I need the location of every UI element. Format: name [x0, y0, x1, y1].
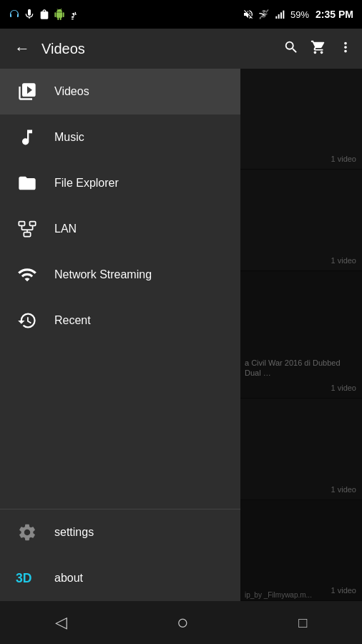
drawer-label-settings: settings [54, 526, 94, 539]
mic-icon [24, 9, 35, 20]
drawer-item-music[interactable]: Music [0, 114, 240, 160]
drawer-label-file-explorer: File Explorer [54, 177, 119, 190]
nav-bar: ◁ ○ □ [0, 601, 362, 644]
lan-icon [14, 216, 40, 242]
drawer-label-about: about [54, 572, 83, 585]
svg-rect-6 [30, 222, 36, 226]
mute-icon [243, 9, 254, 20]
svg-rect-5 [19, 222, 24, 226]
svg-text:✕: ✕ [259, 16, 261, 20]
music-icon [14, 125, 40, 150]
top-bar: ← Videos [0, 29, 362, 69]
nav-recent-button[interactable]: □ [284, 609, 321, 637]
svg-rect-1 [275, 16, 277, 19]
videos-icon [14, 79, 40, 104]
svg-rect-4 [283, 11, 284, 19]
drawer-item-recent[interactable]: Recent [0, 298, 240, 343]
android-icon [54, 9, 65, 20]
network-streaming-icon [14, 262, 40, 288]
drawer-label-network-streaming: Network Streaming [54, 268, 152, 281]
bag-icon [39, 9, 50, 20]
nav-home-button[interactable]: ○ [162, 605, 203, 640]
status-bar: ✕ 59% 2:35 PM [0, 0, 362, 29]
about-3d-icon: 3D [14, 565, 40, 591]
drawer-nav-items: Videos Music File Explorer [0, 69, 240, 509]
main-content: 1 video 1 video a Civil War 2016 di Dubb… [0, 69, 362, 601]
drawer-scrim [240, 69, 362, 601]
time-text: 2:35 PM [315, 9, 353, 20]
cart-button[interactable] [310, 39, 326, 59]
settings-icon [14, 519, 40, 545]
back-button[interactable]: ← [9, 34, 36, 64]
drawer-label-videos: Videos [54, 85, 89, 98]
top-action-icons [283, 39, 353, 59]
page-title: Videos [39, 41, 283, 57]
signal-bars-icon [274, 9, 287, 20]
headphone-icon [9, 9, 20, 20]
more-button[interactable] [338, 39, 353, 59]
svg-rect-3 [280, 12, 282, 19]
battery-text: 59% [290, 9, 309, 20]
drawer-bottom: settings 3D about [0, 509, 240, 601]
drawer-item-lan[interactable]: LAN [0, 206, 240, 252]
drawer-item-file-explorer[interactable]: File Explorer [0, 160, 240, 206]
drawer-item-network-streaming[interactable]: Network Streaming [0, 252, 240, 298]
folder-icon [14, 170, 40, 196]
svg-text:3D: 3D [16, 571, 32, 585]
drawer-label-lan: LAN [54, 223, 77, 235]
drawer-item-settings[interactable]: settings [0, 509, 240, 555]
search-button[interactable] [283, 39, 299, 59]
usb-icon [69, 9, 80, 20]
drawer-label-recent: Recent [54, 314, 91, 327]
drawer-label-music: Music [54, 131, 84, 144]
svg-rect-2 [278, 14, 280, 19]
svg-rect-7 [24, 233, 30, 237]
recent-icon [14, 308, 40, 333]
nav-drawer: Videos Music File Explorer [0, 69, 240, 601]
drawer-item-about[interactable]: 3D about [0, 555, 240, 601]
nav-back-button[interactable]: ◁ [41, 608, 82, 638]
status-icons-left [9, 9, 80, 20]
status-icons-right: ✕ 59% 2:35 PM [243, 9, 353, 20]
drawer-item-videos[interactable]: Videos [0, 69, 240, 114]
signal-off-icon: ✕ [258, 9, 270, 20]
